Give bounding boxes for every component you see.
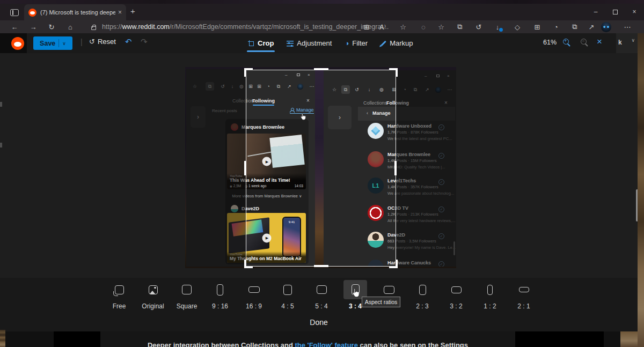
history-icon[interactable]: ↺ bbox=[473, 20, 485, 33]
tab-filter[interactable]: ◑ Filter bbox=[345, 33, 368, 53]
aspect-ratio-2-1[interactable]: 2 : 1 bbox=[509, 279, 539, 312]
post-photo-right-edge bbox=[638, 33, 644, 347]
editor-tabs: Crop Adjustment ◑ Filter Markup bbox=[248, 33, 413, 53]
aspect-ratio-2-3[interactable]: 2 : 3 bbox=[407, 279, 437, 312]
add-favorite-icon[interactable]: ☆ bbox=[397, 20, 409, 33]
page-image-block bbox=[515, 331, 604, 347]
aspect-ratio-1-2[interactable]: 1 : 2 bbox=[475, 279, 505, 312]
editor-close-icon[interactable]: × bbox=[597, 36, 602, 47]
save-split-divider bbox=[58, 39, 59, 47]
browser-tab[interactable]: (7) Microsoft is testing deeper in × bbox=[24, 4, 126, 20]
redo-button[interactable]: ↷ bbox=[141, 37, 148, 47]
crop-dim-right bbox=[396, 67, 456, 268]
crop-handle-bottom-right[interactable] bbox=[389, 260, 398, 268]
save-label: Save bbox=[40, 40, 55, 47]
aspect-ratio-5-4[interactable]: 5 : 4 bbox=[306, 279, 336, 312]
aspect-ratio-3-2[interactable]: 3 : 2 bbox=[441, 279, 471, 312]
window-controls: – × bbox=[586, 4, 644, 20]
home-button[interactable]: ⌂ bbox=[64, 20, 76, 33]
aspect-ratio-icon bbox=[310, 280, 333, 299]
new-tab-button[interactable]: + bbox=[130, 6, 135, 16]
aspect-ratio-label: 3 : 2 bbox=[441, 302, 471, 310]
post-text: Deeper integration between Collections a… bbox=[100, 341, 515, 347]
aspect-ratio-label: 9 : 16 bbox=[205, 302, 235, 310]
favorites-icon[interactable]: ☆ bbox=[435, 20, 447, 33]
ratio-box-icon bbox=[283, 285, 292, 295]
aspect-ratio-icon bbox=[208, 280, 232, 299]
tab-close-icon[interactable]: × bbox=[118, 9, 122, 16]
tab-filter-label: Filter bbox=[352, 39, 368, 47]
apps-icon[interactable]: ⊞ bbox=[531, 20, 543, 33]
save-button[interactable]: Save ∨ bbox=[33, 36, 72, 50]
chevron-down-icon[interactable]: ∨ bbox=[631, 38, 635, 43]
crop-region[interactable] bbox=[246, 70, 396, 267]
done-button[interactable]: Done bbox=[0, 318, 638, 327]
aspect-ratio-icon bbox=[444, 280, 468, 299]
downloads-icon[interactable]: ↓ bbox=[492, 20, 503, 33]
web-capture-icon[interactable]: ⧉ bbox=[569, 20, 581, 33]
tab-actions-menu-button[interactable] bbox=[8, 6, 21, 19]
refresh-button[interactable]: ↻ bbox=[46, 20, 57, 33]
vertical-tabs-icon bbox=[10, 9, 19, 16]
crop-icon bbox=[248, 40, 254, 47]
crop-handle-right[interactable] bbox=[394, 161, 397, 175]
lock-icon[interactable] bbox=[87, 20, 99, 33]
crop-handle-left[interactable] bbox=[244, 161, 246, 175]
aspect-ratio-label: Original bbox=[138, 302, 168, 310]
reset-icon: ↺ bbox=[89, 38, 95, 46]
back-button[interactable]: ← bbox=[9, 20, 20, 33]
filter-icon: ◑ bbox=[345, 39, 349, 47]
window-minimize-button[interactable]: – bbox=[586, 4, 605, 20]
aspect-ratio-16-9[interactable]: 16 : 9 bbox=[239, 279, 269, 312]
aspect-ratio-label: Free bbox=[104, 302, 134, 310]
reset-button[interactable]: ↺ Reset bbox=[89, 38, 116, 46]
ratio-box-icon bbox=[317, 285, 327, 294]
tab-crop[interactable]: Crop bbox=[248, 33, 274, 53]
undo-button[interactable]: ↶ bbox=[125, 37, 132, 47]
ratio-box-icon bbox=[419, 285, 426, 295]
page-bottom-strip: Deeper integration between Collections a… bbox=[0, 331, 644, 347]
crop-dim-left bbox=[185, 67, 246, 268]
crop-handle-bottom[interactable] bbox=[314, 265, 328, 267]
forward-button[interactable]: → bbox=[27, 20, 39, 33]
aspect-ratio-4-5[interactable]: 4 : 5 bbox=[273, 279, 303, 312]
tab-markup[interactable]: Markup bbox=[380, 33, 413, 53]
url-path: /r/MicrosoftEdge/comments/vartqz/microso… bbox=[170, 23, 389, 31]
crop-handle-top-left[interactable] bbox=[244, 68, 253, 77]
zoom-in-icon[interactable] bbox=[563, 39, 569, 45]
photo-being-edited: – × ☆⧉↺↓◍⊞⊞◔⧉↗⋯ Collections Following × … bbox=[185, 67, 456, 268]
aspect-ratio-original[interactable]: Original bbox=[138, 279, 168, 312]
window-frame-texture bbox=[0, 0, 644, 4]
settings-icon[interactable]: ⋯ bbox=[621, 20, 633, 33]
url-protocol: https:// bbox=[102, 23, 122, 31]
collections-icon[interactable]: ⧉ bbox=[454, 20, 466, 33]
copilot-icon[interactable]: ◔ bbox=[550, 20, 562, 33]
follow-feature-link[interactable]: the 'Follow' feature bbox=[295, 341, 357, 347]
window-maximize-button[interactable] bbox=[605, 4, 625, 20]
page-edge-mark bbox=[0, 143, 2, 147]
read-aloud-icon[interactable]: A⁾ bbox=[377, 20, 389, 33]
aspect-ratio-square[interactable]: Square bbox=[172, 279, 202, 312]
address-bar[interactable]: https://www.reddit.com/r/MicrosoftEdge/c… bbox=[102, 20, 389, 33]
split-screen-icon[interactable]: ⊞ bbox=[361, 20, 372, 33]
toolbar-divider: | bbox=[80, 38, 83, 46]
ratio-box-icon bbox=[451, 286, 462, 293]
hand-cursor bbox=[300, 113, 306, 121]
tab-adjustment[interactable]: Adjustment bbox=[287, 33, 332, 53]
coupons-icon[interactable]: ◌ bbox=[418, 20, 429, 33]
aspect-ratio-9-16[interactable]: 9 : 16 bbox=[205, 279, 235, 312]
chevron-down-icon[interactable]: ∨ bbox=[62, 41, 66, 46]
ratio-box-icon bbox=[487, 285, 493, 295]
zoom-out-icon[interactable] bbox=[581, 39, 587, 45]
aspect-ratio-label: 2 : 3 bbox=[407, 302, 437, 310]
crop-handle-top[interactable] bbox=[314, 68, 328, 70]
browser-essentials-icon[interactable]: ◇ bbox=[511, 20, 523, 33]
window-close-button[interactable]: × bbox=[625, 4, 644, 20]
profile-avatar[interactable] bbox=[600, 20, 612, 33]
crop-handle-top-right[interactable] bbox=[389, 68, 398, 77]
aspect-ratio-free[interactable]: Free bbox=[104, 279, 134, 312]
reddit-favicon bbox=[28, 9, 36, 17]
crop-handle-bottom-left[interactable] bbox=[244, 260, 253, 268]
share-icon[interactable]: ↗ bbox=[586, 20, 597, 33]
aspect-ratio-label: 1 : 2 bbox=[475, 302, 505, 310]
